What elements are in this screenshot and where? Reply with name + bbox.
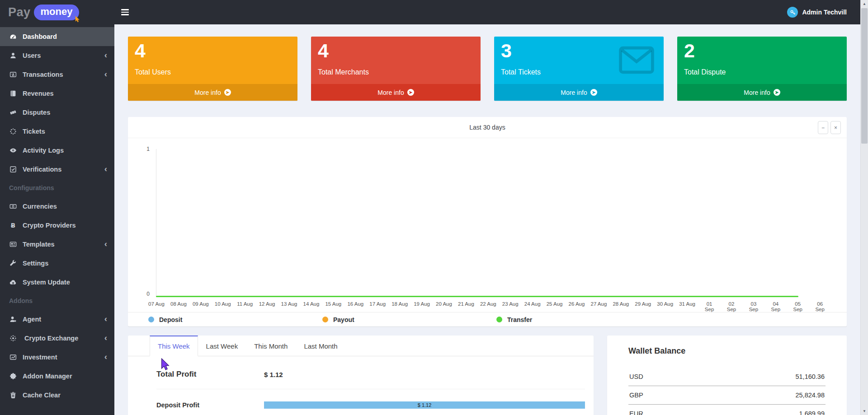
- legend-item-deposit[interactable]: Deposit: [148, 316, 322, 323]
- puzzle-icon: [9, 373, 17, 380]
- trash-icon: [9, 392, 17, 399]
- tab-this-month[interactable]: This Month: [246, 336, 296, 356]
- stat-label: Total Dispute: [677, 63, 847, 76]
- sidebar-item-dashboard[interactable]: Dashboard: [0, 27, 114, 46]
- bottom-row: This WeekLast WeekThis MonthLast Month T…: [128, 336, 847, 415]
- sidebar-item-agent[interactable]: Agent‹: [0, 310, 114, 329]
- x-axis-label: 09 Aug: [193, 301, 209, 312]
- sidebar-item-revenues[interactable]: Revenues: [0, 84, 114, 103]
- sidebar-item-users[interactable]: Users‹: [0, 46, 114, 65]
- scrollbar-down-arrow[interactable]: ▼: [861, 407, 868, 415]
- sidebar-item-label: Settings: [23, 260, 107, 267]
- profit-tabs: This WeekLast WeekThis MonthLast Month: [128, 336, 594, 356]
- stat-card-total-merchants: 4Total MerchantsMore info➤: [311, 37, 481, 101]
- eye-icon: [9, 147, 17, 154]
- more-info-link[interactable]: More info➤: [128, 84, 297, 101]
- legend-item-payout[interactable]: Payout: [322, 316, 496, 323]
- ticket-icon: [9, 109, 17, 116]
- x-axis-label: 17 Aug: [369, 301, 386, 312]
- arrow-circle-right-icon: ➤: [224, 89, 231, 96]
- tab-last-month[interactable]: Last Month: [296, 336, 345, 356]
- network-icon: [9, 335, 17, 342]
- sidebar-section-addons: Addons: [0, 292, 114, 310]
- sidebar-item-addon-manager[interactable]: Addon Manager: [0, 367, 114, 386]
- sidebar-item-currencies[interactable]: Currencies: [0, 197, 114, 216]
- total-profit-row: Total Profit $ 1.12: [156, 370, 585, 379]
- bitcoin-icon: Ƀ: [9, 222, 17, 229]
- legend-label: Payout: [333, 316, 354, 323]
- sidebar-item-investment[interactable]: Investment‹: [0, 348, 114, 367]
- sidebar-item-system-update[interactable]: System Update: [0, 273, 114, 292]
- x-axis-label: 14 Aug: [303, 301, 319, 312]
- close-button[interactable]: ×: [830, 121, 841, 134]
- sidebar-section-configurations: Configurations: [0, 179, 114, 197]
- more-info-link[interactable]: More info➤: [311, 84, 481, 101]
- user-x-icon: [9, 316, 17, 323]
- scrollbar-up-arrow[interactable]: ▲: [861, 0, 868, 8]
- sidebar-item-templates[interactable]: Templates‹: [0, 235, 114, 254]
- network-icon: [9, 335, 17, 342]
- sidebar-item-label: Users: [23, 52, 104, 59]
- legend-item-transfer[interactable]: Transfer: [496, 316, 670, 323]
- envelope-icon: [618, 46, 656, 75]
- scrollbar-thumb[interactable]: [861, 8, 868, 144]
- x-axis-label: 01 Sep: [701, 301, 717, 312]
- x-axis-label: 03 Sep: [745, 301, 762, 312]
- user-x-icon: [9, 316, 17, 323]
- divider: [156, 389, 585, 389]
- svg-text:Ƀ: Ƀ: [10, 222, 15, 229]
- tachometer-icon: [9, 33, 17, 40]
- y-axis-line: [156, 149, 156, 297]
- tab-this-week[interactable]: This Week: [150, 336, 198, 356]
- x-axis-label: 25 Aug: [547, 301, 563, 312]
- wallet-row-gbp: GBP25,824.98: [628, 386, 826, 405]
- transactions-icon: [9, 71, 17, 79]
- spinner-icon: [9, 128, 17, 135]
- more-info-link[interactable]: More info➤: [677, 84, 847, 101]
- more-info-label: More info: [377, 89, 404, 96]
- sidebar-item-activity-logs[interactable]: Activity Logs: [0, 141, 114, 160]
- stat-value: 4: [311, 37, 481, 63]
- sidebar-item-verifications[interactable]: Verifications‹: [0, 160, 114, 179]
- chevron-left-icon: ‹: [104, 314, 107, 324]
- tachometer-icon: [9, 33, 17, 41]
- sidebar-item-label: Disputes: [23, 109, 107, 116]
- collapse-button[interactable]: −: [818, 121, 828, 134]
- stat-value: 4: [128, 37, 297, 63]
- scrollbar[interactable]: ▲ ▼: [860, 0, 868, 415]
- sidebar-toggle-button[interactable]: [114, 0, 135, 24]
- sidebar-item-crypto-exchange[interactable]: Crypto Exchange‹: [0, 329, 114, 348]
- legend-marker: [322, 317, 328, 322]
- more-info-link[interactable]: More info➤: [494, 84, 664, 101]
- profit-card: This WeekLast WeekThis MonthLast Month T…: [128, 336, 594, 415]
- tab-last-week[interactable]: Last Week: [198, 336, 246, 356]
- sidebar-item-label: Activity Logs: [23, 147, 107, 154]
- wallet-card: Wallet Balance USD51,160.36GBP25,824.98E…: [607, 336, 847, 415]
- x-axis-label: 05 Sep: [790, 301, 806, 312]
- stat-label: Total Users: [128, 63, 297, 76]
- chevron-left-icon: ‹: [104, 70, 107, 79]
- x-axis-label: 27 Aug: [590, 301, 607, 312]
- app-logo: Pay money: [0, 0, 114, 24]
- user-menu[interactable]: Admin Techvill: [787, 7, 847, 18]
- user-icon: [9, 52, 17, 60]
- sidebar-item-crypto-providers[interactable]: ɃCrypto Providers: [0, 216, 114, 235]
- x-axis-label: 18 Aug: [392, 301, 408, 312]
- sidebar-item-transactions[interactable]: Transactions‹: [0, 65, 114, 84]
- sidebar-item-label: Addon Manager: [23, 373, 107, 380]
- transactions-icon: [9, 71, 17, 78]
- sidebar-item-label: System Update: [23, 279, 107, 286]
- sidebar-item-label: Crypto Exchange: [23, 335, 104, 342]
- wallet-currency: USD: [629, 373, 643, 380]
- sidebar-item-tickets[interactable]: Tickets: [0, 122, 114, 141]
- sidebar-item-label: Tickets: [23, 128, 107, 135]
- logo-cursor-icon: [74, 16, 81, 23]
- chevron-left-icon: ‹: [104, 239, 107, 249]
- sidebar-item-cache-clear[interactable]: Cache Clear: [0, 386, 114, 405]
- sidebar-item-settings[interactable]: Settings: [0, 254, 114, 273]
- stat-label: Total Merchants: [311, 63, 481, 76]
- chart-card-header: Last 30 days − ×: [128, 117, 847, 138]
- sidebar-item-disputes[interactable]: Disputes: [0, 103, 114, 122]
- x-axis-labels: 07 Aug08 Aug09 Aug10 Aug11 Aug12 Aug13 A…: [148, 301, 828, 312]
- sidebar-item-label: Cache Clear: [23, 392, 107, 399]
